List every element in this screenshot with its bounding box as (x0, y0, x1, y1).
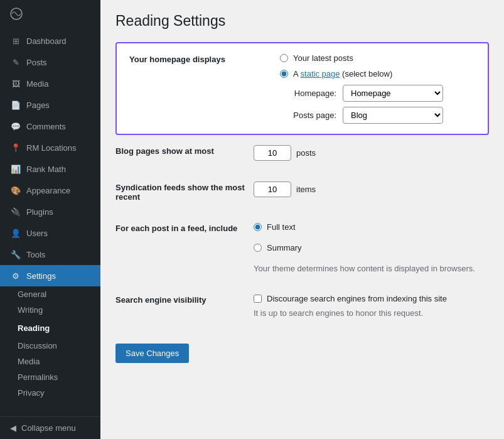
sidebar-item-media[interactable]: 🖼 Media (0, 73, 100, 94)
sidebar-item-posts[interactable]: ✎ Posts (0, 51, 100, 73)
blog-pages-input-row: posts (254, 145, 489, 161)
sub-nav-privacy[interactable]: Privacy (0, 385, 100, 401)
radio-static-page[interactable] (280, 70, 288, 78)
plugins-icon: 🔌 (10, 206, 21, 217)
sidebar-item-pages[interactable]: 📄 Pages (0, 94, 100, 116)
dashboard-icon: ⊞ (10, 35, 21, 46)
sidebar: ⊞ Dashboard ✎ Posts 🖼 Media 📄 Pages 💬 Co… (0, 0, 100, 439)
sidebar-item-comments[interactable]: 💬 Comments (0, 116, 100, 137)
homepage-select[interactable]: Homepage Blog Sample Page (343, 85, 443, 102)
radio-summary[interactable] (254, 244, 262, 252)
appearance-icon: 🎨 (10, 185, 21, 196)
sidebar-item-label: Media (26, 79, 48, 89)
syndication-label: Syndication feeds show the most recent (115, 182, 254, 202)
sub-nav-writing[interactable]: Writing (0, 302, 100, 318)
radio-full-text-label: Full text (267, 222, 296, 232)
homepage-select-row: Homepage: Homepage Blog Sample Page (280, 85, 475, 102)
radio-row-static: A static page (select below) (280, 69, 475, 79)
feed-include-label: For each post in a feed, include (115, 222, 254, 233)
radio-static-label: A static page (select below) (293, 69, 392, 79)
syndication-input[interactable] (254, 182, 291, 197)
feed-hint: Your theme determines how content is dis… (254, 264, 489, 273)
sidebar-item-label: Rank Math (26, 165, 66, 174)
sidebar-item-label: Users (26, 229, 48, 238)
save-button[interactable]: Save Changes (115, 344, 189, 363)
syndication-control: items (254, 182, 489, 197)
radio-latest-label: Your latest posts (293, 53, 353, 63)
search-visibility-row: Search engine visibility Discourage sear… (115, 284, 489, 328)
search-visibility-hint: It is up to search engines to honor this… (254, 308, 489, 318)
settings-sub-menu: General Writing Reading ➤ Discussion Med… (0, 286, 100, 401)
homepage-label: Your homepage displays (129, 53, 267, 64)
sidebar-item-label: Tools (26, 250, 45, 259)
collapse-menu-label: Collapse menu (21, 423, 76, 433)
syndication-input-row: items (254, 182, 489, 197)
page-title: Reading Settings (115, 13, 489, 30)
sidebar-item-label: Appearance (26, 186, 70, 195)
sub-nav-permalinks[interactable]: Permalinks (0, 369, 100, 385)
sidebar-item-users[interactable]: 👤 Users (0, 222, 100, 244)
wordpress-icon (10, 8, 23, 20)
blog-pages-label: Blog pages show at most (115, 145, 254, 156)
sidebar-item-dashboard[interactable]: ⊞ Dashboard (0, 30, 100, 51)
feed-include-control: Full text Summary Your theme determines … (254, 222, 489, 273)
sidebar-item-plugins[interactable]: 🔌 Plugins (0, 201, 100, 222)
blog-pages-control: posts (254, 145, 489, 161)
sidebar-item-label: Dashboard (26, 36, 67, 46)
sub-nav-discussion[interactable]: Discussion (0, 338, 100, 354)
sub-nav-label: General (18, 290, 46, 299)
sub-nav-media[interactable]: Media (0, 354, 100, 369)
radio-latest-posts[interactable] (280, 54, 288, 62)
posts-page-select[interactable]: Blog Homepage Sample Page (343, 107, 443, 124)
reading-arrow-icon: ➤ (50, 320, 65, 337)
sidebar-item-tools[interactable]: 🔧 Tools (0, 244, 100, 265)
radio-summary-label: Summary (267, 243, 302, 252)
radio-row-latest: Your latest posts (280, 53, 475, 63)
posts-page-select-row: Posts page: Blog Homepage Sample Page (280, 107, 475, 124)
pages-icon: 📄 (10, 99, 21, 111)
search-visibility-checkbox-row: Discourage search engines from indexing … (254, 294, 489, 303)
sub-nav-label: Privacy (18, 388, 45, 398)
save-section: Save Changes (115, 328, 489, 373)
location-icon: 📍 (10, 142, 21, 153)
sidebar-item-label: Plugins (26, 207, 53, 217)
sidebar-item-label: Pages (26, 100, 50, 110)
sidebar-item-appearance[interactable]: 🎨 Appearance (0, 180, 100, 201)
feed-radio-options: Full text Summary (254, 222, 489, 259)
sidebar-item-label: Posts (26, 58, 47, 67)
sidebar-item-label: Settings (26, 271, 56, 281)
sidebar-logo (0, 0, 100, 28)
search-visibility-checkbox-label: Discourage search engines from indexing … (267, 294, 447, 303)
nav-menu: ⊞ Dashboard ✎ Posts 🖼 Media 📄 Pages 💬 Co… (0, 30, 100, 401)
feed-include-row: For each post in a feed, include Full te… (115, 212, 489, 284)
sub-nav-general[interactable]: General (0, 286, 100, 302)
homepage-select-label: Homepage: (280, 89, 336, 98)
sidebar-item-rm-locations[interactable]: 📍 RM Locations (0, 137, 100, 158)
rank-math-icon: 📊 (10, 163, 21, 175)
blog-pages-input[interactable] (254, 145, 291, 161)
syndication-row: Syndication feeds show the most recent i… (115, 171, 489, 212)
sub-nav-label: Media (18, 357, 40, 366)
sub-nav-label: Discussion (18, 341, 57, 350)
static-page-link[interactable]: static page (301, 69, 340, 79)
sidebar-item-label: RM Locations (26, 143, 76, 153)
homepage-section: Your homepage displays Your latest posts… (115, 42, 489, 135)
search-visibility-checkbox[interactable] (254, 295, 262, 303)
comments-icon: 💬 (10, 121, 21, 132)
sub-nav-reading[interactable]: Reading ➤ (0, 318, 100, 338)
homepage-control: Your latest posts A static page (select … (280, 53, 475, 124)
posts-page-select-label: Posts page: (280, 111, 336, 120)
posts-icon: ✎ (10, 57, 21, 68)
feed-full-text-row: Full text (254, 222, 489, 232)
collapse-menu-button[interactable]: ◀ Collapse menu (0, 416, 100, 439)
feed-summary-row: Summary (254, 243, 489, 252)
sub-nav-label: Permalinks (18, 372, 58, 382)
tools-icon: 🔧 (10, 249, 21, 260)
radio-full-text[interactable] (254, 223, 262, 231)
blog-pages-suffix: posts (296, 148, 316, 158)
sidebar-item-rank-math[interactable]: 📊 Rank Math (0, 158, 100, 180)
sidebar-item-settings[interactable]: ⚙ Settings (0, 265, 100, 286)
syndication-suffix: items (296, 185, 316, 194)
media-icon: 🖼 (10, 78, 21, 89)
sub-nav-label: Reading (18, 323, 50, 333)
